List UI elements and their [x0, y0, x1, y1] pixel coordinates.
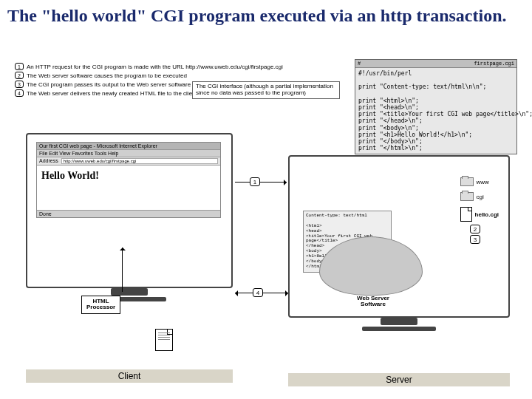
browser-statusbar: Done: [37, 210, 220, 217]
flow-bubble-2: 2: [470, 225, 480, 233]
address-bar[interactable]: http://www.uweb.edu/cgi/firstpage.cgi: [61, 158, 218, 164]
folder-icon: [460, 177, 474, 186]
code-editor-window: #firstpage.cgi #!/usr/bin/perl print "Co…: [355, 59, 517, 154]
step-number-3: 3: [15, 81, 24, 88]
server-file-list: www cgi hello.cgi: [460, 177, 499, 228]
document-icon: [155, 329, 173, 351]
step-number-2: 2: [15, 72, 24, 79]
arrow-request-icon: [235, 182, 287, 183]
browser-menubar: File Edit View Favorites Tools Help: [37, 150, 220, 157]
server-caption: Server: [288, 373, 510, 386]
flow-bubble-1: 1: [250, 177, 260, 186]
code-filename: firstpage.cgi: [474, 61, 514, 66]
arrow-up-icon: [122, 248, 123, 292]
folder-label: www: [477, 179, 489, 185]
step-number-4: 4: [15, 89, 24, 97]
flow-bubble-4: 4: [253, 288, 263, 297]
step-number-1: 1: [15, 63, 24, 70]
code-content: #!/usr/bin/perl print "Content-type: tex…: [355, 68, 516, 154]
flow-bubble-3: 3: [470, 235, 480, 244]
client-caption: Client: [26, 369, 233, 383]
browser-viewport: Hello World!: [37, 166, 220, 210]
page-title: The "hello world" CGI program executed v…: [0, 0, 532, 25]
file-icon: [460, 207, 472, 222]
step-text: The CGI program passes its output to the…: [27, 81, 191, 88]
html-processor-box: HTML Processor: [81, 296, 120, 314]
file-label: hello.cgi: [475, 211, 499, 218]
cgi-interface-note: The CGI interface (although a partial im…: [192, 81, 340, 99]
folder-icon: [460, 192, 474, 201]
web-server-label: Web Server Software: [340, 296, 406, 308]
step-text: The Web server software causes the progr…: [27, 72, 187, 79]
page-heading: Hello World!: [41, 170, 216, 182]
browser-window: Our first CGI web page - Microsoft Inter…: [36, 142, 221, 218]
browser-titlebar: Our first CGI web page - Microsoft Inter…: [37, 143, 220, 150]
folder-label: cgi: [477, 194, 484, 200]
address-label: Address: [39, 158, 58, 164]
step-text: An HTTP request for the CGI program is m…: [27, 64, 283, 70]
client-monitor: Our first CGI web page - Microsoft Inter…: [26, 133, 233, 288]
